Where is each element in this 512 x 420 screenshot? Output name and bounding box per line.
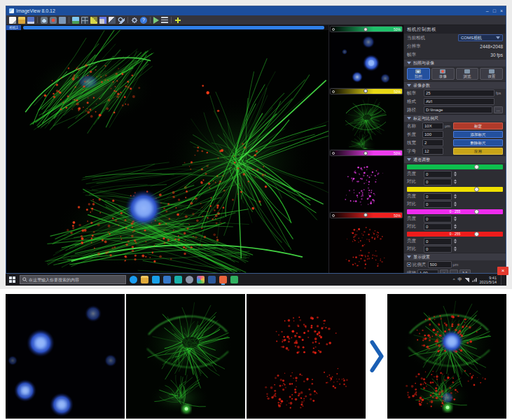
section-record-params[interactable]: 录像参数 [404,81,506,89]
zoom-out-button[interactable]: − [450,270,458,273]
slider-handle[interactable] [474,209,479,214]
taskbar-app-explorer[interactable] [141,276,148,284]
volume-icon[interactable] [465,278,469,282]
rec-fps-input[interactable] [424,90,494,97]
apply-button[interactable]: 应用 [453,148,503,155]
eye-icon[interactable] [332,214,335,217]
scale-name-input[interactable] [422,122,443,130]
snapshot-icon[interactable] [59,17,66,24]
titlebar[interactable]: ImageView 8.0.12 – □ × [6,6,506,15]
taskbar-app-settings[interactable] [186,276,193,284]
camera-capture-icon[interactable] [41,17,48,24]
viewer-tab[interactable]: 相机1 [6,25,21,30]
crosshair-icon[interactable] [174,17,181,24]
stepper[interactable] [454,216,457,221]
slider-knob[interactable] [364,151,368,155]
scrollbar-thumb[interactable] [23,26,324,29]
scale-font-input[interactable] [422,148,443,155]
section-channels[interactable]: 通道调整 [404,155,506,163]
actual-size-button[interactable]: 1:1 [459,270,471,273]
eye-icon[interactable] [332,90,335,93]
scalebar-input[interactable] [428,261,452,268]
green-contrast-input[interactable] [424,178,452,186]
taskbar-app-paint[interactable] [197,276,205,284]
slider-handle[interactable] [474,232,479,237]
taskbar-app-photos[interactable] [174,276,182,284]
browse-path-button[interactable]: … [494,106,504,113]
pointer-icon[interactable] [109,17,116,24]
settings-icon[interactable] [131,17,138,24]
taskbar-app-imageview-active[interactable] [219,276,227,284]
live-viewer[interactable]: 相机1 [6,25,328,273]
calibrate-button[interactable]: 标定 [453,122,503,130]
slider-knob[interactable] [364,89,368,93]
save-icon[interactable] [27,17,34,24]
param-button[interactable]: 设置 [480,68,503,80]
green-brightness-input[interactable] [424,171,452,178]
stepper[interactable] [454,239,457,244]
zoom-icon[interactable] [118,17,125,24]
section-display[interactable]: 显示设置 [404,253,506,260]
floating-close-button[interactable]: × [497,267,508,275]
red-channel-bar[interactable]: 0 - 255 [407,232,503,237]
record-button[interactable]: 录像 [431,68,455,80]
play-icon[interactable] [153,17,159,24]
maximize-button[interactable]: □ [493,6,496,15]
minimize-button[interactable]: – [486,6,489,15]
add-ruler-button[interactable]: 添加标尺 [453,131,503,138]
measure-icon[interactable] [90,17,97,24]
taskbar-app-store[interactable] [152,276,160,284]
notification-edge[interactable] [501,274,504,285]
new-file-icon[interactable] [9,17,16,24]
eye-icon[interactable] [332,152,335,155]
scalebar-checkbox[interactable] [407,262,411,267]
section-capture[interactable]: 拍照与录像 [404,59,506,66]
red-brightness-input[interactable] [424,238,452,245]
rec-format-input[interactable] [424,98,494,105]
zoom-in-button[interactable]: + [440,270,448,273]
magenta-channel-bar[interactable]: 0 - 255 [407,209,503,214]
slider-handle[interactable] [474,187,479,192]
close-button[interactable]: × [500,6,503,15]
start-button[interactable] [9,276,16,284]
network-icon[interactable] [472,278,477,282]
slider-knob[interactable] [364,213,368,217]
stepper[interactable] [454,179,457,184]
zoom-input[interactable] [417,270,438,273]
annotate-icon[interactable] [99,17,106,24]
camera-select[interactable]: COMS相机 [458,34,503,41]
photo-button[interactable]: 拍照 [407,68,430,80]
channel4-thumbnail[interactable] [329,218,403,274]
stepper[interactable] [454,246,457,251]
taskbar-search[interactable] [20,275,126,284]
stepper[interactable] [454,172,457,176]
grid-view-icon[interactable] [81,17,88,24]
channel4-lut-slider[interactable]: 50% [330,212,403,218]
green-channel-bar[interactable] [407,164,503,169]
list-icon[interactable] [161,17,168,24]
taskbar-clock[interactable]: 9:41 2021/5/14 [480,276,497,284]
stepper[interactable] [454,224,457,229]
section-calibration[interactable]: 标定与比例尺 [404,114,506,122]
eye-icon[interactable] [332,28,335,31]
fluorescence-live-image[interactable] [6,30,328,273]
browse-button[interactable]: 浏览 [456,68,479,80]
delete-ruler-button[interactable]: 删除标尺 [453,139,503,146]
image-gallery-icon[interactable] [72,17,79,24]
taskbar-app-edge[interactable] [130,276,137,284]
slider-handle[interactable] [474,164,479,169]
yellow-contrast-input[interactable] [424,201,452,208]
red-contrast-input[interactable] [424,246,452,253]
channel2-lut-slider[interactable]: 50% [330,88,403,94]
magenta-brightness-input[interactable] [424,216,452,223]
taskbar-app-word[interactable] [208,276,216,284]
taskbar-app-chat[interactable] [230,276,238,284]
open-folder-icon[interactable] [18,17,25,24]
channel3-thumbnail[interactable] [329,156,403,211]
channel2-thumbnail[interactable] [329,94,403,150]
stepper[interactable] [454,194,457,199]
channel1-lut-slider[interactable]: 50% [330,26,403,32]
yellow-brightness-input[interactable] [424,193,452,200]
horizontal-scrollbar[interactable] [21,25,328,30]
tray-language-indicator[interactable]: 中 [458,276,462,283]
